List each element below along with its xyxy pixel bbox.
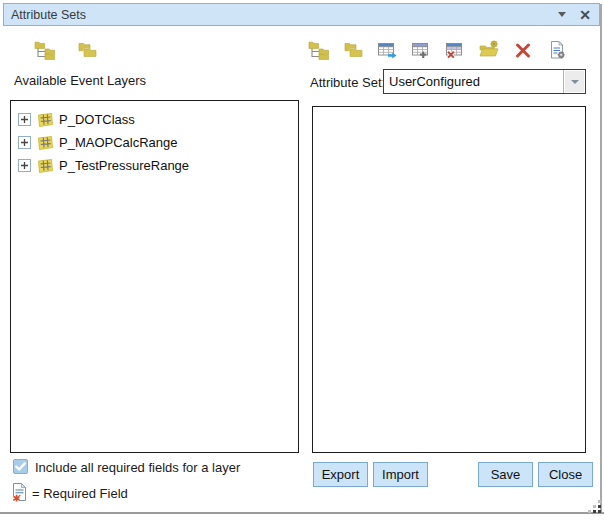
window-right-edge [600, 4, 602, 512]
import-button[interactable]: Import [373, 462, 428, 487]
delete-icon[interactable] [512, 39, 534, 61]
add-table-icon[interactable] [410, 39, 432, 61]
collapse-caret-icon[interactable] [558, 12, 566, 17]
save-button[interactable]: Save [478, 462, 533, 487]
resize-grip[interactable] [588, 500, 602, 518]
folder-settings-icon[interactable] [478, 39, 500, 61]
export-button[interactable]: Export [313, 462, 368, 487]
required-field-legend: = Required Field [32, 486, 128, 501]
export-table-icon[interactable] [376, 39, 398, 61]
open-folders-icon[interactable] [342, 39, 364, 61]
event-layer-name: P_TestPressureRange [59, 158, 189, 173]
attribute-set-tree-icon[interactable] [308, 39, 330, 61]
tree-item[interactable]: P_MAOPCalcRange [11, 131, 298, 154]
expand-plus-icon[interactable] [18, 136, 31, 149]
attribute-set-label: Attribute Set: [310, 75, 385, 90]
include-required-fields-label: Include all required fields for a layer [35, 460, 240, 475]
left-toolbar [34, 39, 98, 61]
expand-plus-icon[interactable] [18, 113, 31, 126]
attribute-set-tree-icon[interactable] [34, 39, 56, 61]
dialog-title: Attribute Sets [4, 8, 558, 22]
include-required-fields-checkbox[interactable] [13, 459, 28, 474]
remove-table-icon[interactable] [444, 39, 466, 61]
attribute-set-combobox[interactable]: UserConfigured [383, 69, 586, 94]
event-layer-icon [36, 135, 54, 151]
expand-plus-icon[interactable] [18, 159, 31, 172]
report-settings-icon[interactable] [546, 39, 568, 61]
close-icon[interactable]: ✕ [579, 8, 591, 22]
window-bottom-edge [0, 512, 604, 514]
attribute-sets-dialog: Attribute Sets ✕ [0, 0, 604, 521]
right-toolbar [308, 39, 568, 61]
tree-item[interactable]: P_DOTClass [11, 108, 298, 131]
required-field-icon [12, 482, 28, 502]
event-layer-icon [36, 158, 54, 174]
attribute-set-value: UserConfigured [384, 74, 563, 89]
chevron-down-icon [571, 80, 579, 84]
tree-item[interactable]: P_TestPressureRange [11, 154, 298, 177]
combo-dropdown-button[interactable] [563, 70, 585, 93]
event-layer-name: P_MAOPCalcRange [59, 135, 178, 150]
event-layer-icon [36, 112, 54, 128]
open-folders-icon[interactable] [76, 39, 98, 61]
available-event-layers-list[interactable]: P_DOTClass P_MAOPCalcRange [10, 100, 299, 453]
event-layer-name: P_DOTClass [59, 112, 135, 127]
dialog-titlebar[interactable]: Attribute Sets ✕ [3, 3, 600, 26]
close-button[interactable]: Close [538, 462, 593, 487]
available-event-layers-label: Available Event Layers [14, 73, 146, 88]
attribute-set-fields-list[interactable] [312, 106, 586, 453]
